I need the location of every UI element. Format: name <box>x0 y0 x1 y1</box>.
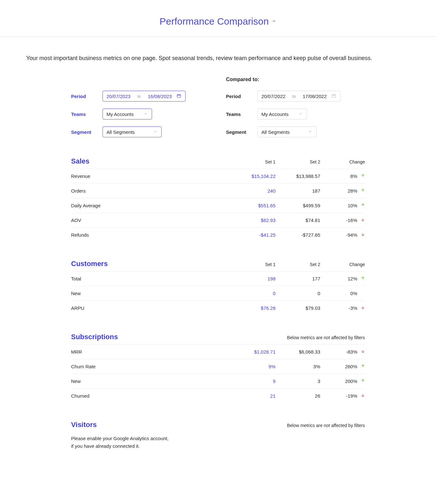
section-rows-subscriptions: MRR$1,028.71$6,068.33-83%Churn Rate9%3%2… <box>71 344 365 403</box>
row-label: Total <box>71 276 231 281</box>
teams-select-compare[interactable]: My Accounts <box>257 109 307 119</box>
row-change: -16% <box>320 218 365 223</box>
segment-value: All Segments <box>107 129 135 135</box>
change-pct: 12% <box>348 276 357 281</box>
page-title-dropdown[interactable]: Performance Comparison <box>160 16 277 27</box>
date-to-separator: to <box>292 94 296 99</box>
intro-text: Your most important business metrics on … <box>0 37 436 62</box>
page-header: Performance Comparison <box>0 0 436 37</box>
row-set1: 21 <box>231 393 276 399</box>
row-set2: 3 <box>276 378 320 384</box>
row-label: ARPU <box>71 305 231 311</box>
change-pct: -16% <box>346 218 357 223</box>
row-set1: $15,104.22 <box>231 173 276 179</box>
ga-note-line1: Please enable your Google Analytics acco… <box>71 435 365 442</box>
row-set2: 26 <box>276 393 320 399</box>
change-pct: 260% <box>345 364 357 369</box>
table-row: Total19817712% <box>71 271 365 286</box>
segment-select-primary[interactable]: All Segments <box>103 126 162 137</box>
row-set1: -$41.25 <box>231 232 276 238</box>
period-label: Period <box>226 94 252 99</box>
row-set1: 9% <box>231 364 276 369</box>
change-pct: -3% <box>349 305 357 311</box>
arrow-down-icon <box>361 232 365 238</box>
ga-note: Please enable your Google Analytics acco… <box>71 432 365 450</box>
section-visitors: Visitors Below metrics are not affected … <box>71 417 365 450</box>
row-label: MRR <box>71 349 231 355</box>
change-pct: 8% <box>350 173 357 179</box>
teams-label: Teams <box>71 111 97 117</box>
row-set2: 177 <box>276 276 320 281</box>
col-change: Change <box>320 262 365 267</box>
chevron-down-icon <box>272 19 276 24</box>
date-range-picker-compare[interactable]: 20/07/2022 to 17/08/2022 <box>257 91 340 102</box>
chevron-down-icon <box>143 111 148 117</box>
row-change: 8% <box>320 173 365 179</box>
col-set1: Set 1 <box>231 262 276 267</box>
change-pct: -19% <box>346 393 357 399</box>
row-label: Refunds <box>71 232 231 238</box>
table-row: Daily Average$551.65$499.5910% <box>71 198 365 213</box>
page-title: Performance Comparison <box>160 16 269 27</box>
row-set2: $74.81 <box>276 218 320 223</box>
row-set1: $76.28 <box>231 305 276 311</box>
row-set2: $6,068.33 <box>276 349 320 355</box>
calendar-icon <box>332 94 336 99</box>
row-set1: 240 <box>231 188 276 194</box>
row-change: -83% <box>320 349 365 355</box>
chevron-down-icon <box>298 111 303 117</box>
subscriptions-note: Below metrics are not affected by filter… <box>231 335 365 340</box>
section-sales: Sales Set 1 Set 2 Change Revenue$15,104.… <box>71 154 365 242</box>
period-label: Period <box>71 94 97 99</box>
col-set2: Set 2 <box>276 159 320 164</box>
table-row: Orders24018728% <box>71 183 365 198</box>
col-set1: Set 1 <box>231 159 276 164</box>
date-from: 20/07/2023 <box>107 94 131 99</box>
row-label: Orders <box>71 188 231 194</box>
col-set2: Set 2 <box>276 262 320 267</box>
date-range-picker-primary[interactable]: 20/07/2023 to 16/08/2023 <box>103 91 186 102</box>
row-change: -94% <box>320 232 365 238</box>
row-change: 12% <box>320 276 365 281</box>
segment-label: Segment <box>71 129 97 135</box>
filter-column-compare: Compared to: Period 20/07/2022 to 17/08/… <box>226 77 365 144</box>
table-row: MRR$1,028.71$6,068.33-83% <box>71 344 365 359</box>
arrow-up-icon <box>361 188 365 194</box>
change-pct: 28% <box>348 188 357 194</box>
change-pct: 10% <box>348 203 357 208</box>
section-subscriptions: Subscriptions Below metrics are not affe… <box>71 330 365 403</box>
date-to-separator: to <box>137 94 141 99</box>
teams-value: My Accounts <box>107 111 134 117</box>
row-change: 200% <box>320 378 365 384</box>
row-change: 10% <box>320 203 365 208</box>
row-set1: $62.93 <box>231 218 276 223</box>
chevron-down-icon <box>308 129 312 134</box>
svg-rect-4 <box>332 95 336 97</box>
row-label: AOV <box>71 218 231 223</box>
row-set2: $499.59 <box>276 203 320 208</box>
table-row: Churned2126-19% <box>71 388 365 403</box>
date-from: 20/07/2022 <box>262 94 286 99</box>
row-set2: $13,988.57 <box>276 173 320 179</box>
col-change: Change <box>320 159 365 164</box>
visitors-note: Below metrics are not affected by filter… <box>231 423 365 428</box>
segment-label: Segment <box>226 129 252 135</box>
table-row: New000% <box>71 286 365 301</box>
row-label: Churn Rate <box>71 364 231 369</box>
row-set1: $551.65 <box>231 203 276 208</box>
compared-to-title: Compared to: <box>226 77 365 83</box>
table-row: ARPU$76.28$79.03-3% <box>71 301 365 315</box>
table-row: Refunds-$41.25-$727.85-94% <box>71 227 365 242</box>
section-title-sales: Sales <box>71 157 231 165</box>
ga-note-line2: if you have already connected it. <box>71 442 365 450</box>
change-pct: 0% <box>350 291 357 296</box>
row-set1: 198 <box>231 276 276 281</box>
row-label: Churned <box>71 393 231 399</box>
section-rows-customers: Total19817712%New000%ARPU$76.28$79.03-3% <box>71 271 365 315</box>
row-set2: 3% <box>276 364 320 369</box>
row-change: 0% <box>320 291 365 296</box>
arrow-up-icon <box>361 364 365 369</box>
segment-select-compare[interactable]: All Segments <box>257 126 317 137</box>
teams-value: My Accounts <box>262 111 289 117</box>
teams-select-primary[interactable]: My Accounts <box>103 109 152 119</box>
